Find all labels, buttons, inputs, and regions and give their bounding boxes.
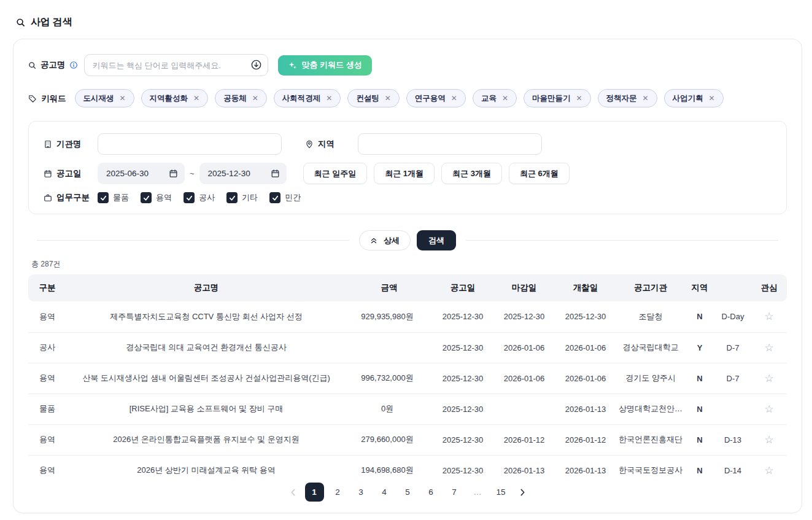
favorite-star-icon[interactable]: ☆ [764, 403, 773, 415]
category-checkbox[interactable]: 민간 [269, 192, 301, 203]
col-header-opening: 개찰일 [555, 274, 616, 301]
remove-tag-icon[interactable]: ✕ [451, 95, 457, 102]
category-checkbox-label: 민간 [285, 192, 301, 203]
keyword-tag[interactable]: 컨설팅 ✕ [347, 89, 400, 107]
keyword-tag-label: 공동체 [223, 93, 247, 104]
table-row[interactable]: 용역 제주특별자치도교육청 CCTV 통신망 회선 사업자 선정 929,935… [28, 301, 787, 332]
remove-tag-icon[interactable]: ✕ [502, 95, 508, 102]
quick-range-button[interactable]: 최근 1개월 [374, 163, 435, 184]
favorite-star-icon[interactable]: ☆ [764, 342, 773, 354]
favorite-star-icon[interactable]: ☆ [764, 465, 773, 475]
keyword-input[interactable] [84, 54, 268, 76]
tag-icon [28, 95, 37, 103]
detail-button-label: 상세 [384, 235, 400, 246]
category-checkbox[interactable]: 물품 [98, 192, 129, 203]
keyword-tag-label: 교육 [481, 93, 497, 104]
remove-tag-icon[interactable]: ✕ [709, 95, 715, 102]
checkbox-checked-icon [269, 192, 280, 203]
remove-tag-icon[interactable]: ✕ [643, 95, 649, 102]
row-type: 용역 [28, 363, 66, 394]
quick-range-button[interactable]: 최근 6개월 [509, 163, 570, 184]
chevrons-up-icon [370, 237, 377, 244]
info-icon[interactable] [69, 61, 78, 69]
region-flag: N [685, 363, 714, 394]
row-title[interactable]: 제주특별자치도교육청 CCTV 통신망 회선 사업자 선정 [66, 301, 346, 332]
table-row[interactable]: 용역 산북 도시재생사업 샘내 어울림센터 조성공사 건설사업관리용역(긴급) … [28, 363, 787, 394]
generate-keywords-button[interactable]: 맞춤 키워드 생성 [278, 55, 372, 76]
date-label-group: 공고일 [44, 168, 98, 179]
org-input[interactable] [98, 133, 282, 155]
table-row[interactable]: 용역 2026년 온라인통합교육플랫폼 유지보수 및 운영지원 279,660,… [28, 424, 787, 455]
remove-tag-icon[interactable]: ✕ [385, 95, 391, 102]
row-amount: 996,732,000원 [346, 363, 432, 394]
page-button[interactable]: 6 [422, 483, 441, 502]
date-to-picker[interactable]: 2025-12-30 [199, 163, 287, 184]
date-label: 공고일 [56, 168, 82, 179]
category-checkbox-label: 물품 [113, 192, 129, 203]
col-header-amount: 금액 [346, 274, 432, 301]
notice-name-label: 공고명 [41, 60, 66, 71]
remove-tag-icon[interactable]: ✕ [193, 95, 199, 102]
page-button[interactable]: 3 [352, 483, 371, 502]
page-button[interactable]: 4 [375, 483, 394, 502]
favorite-star-icon[interactable]: ☆ [764, 434, 773, 446]
table-row[interactable]: 용역 2026년 상반기 미래설계교육 위탁 용역 194,698,680원 2… [28, 455, 787, 475]
row-title[interactable]: 산북 도시재생사업 샘내 어울림센터 조성공사 건설사업관리용역(긴급) [66, 363, 346, 394]
keyword-tag[interactable]: 정책자문 ✕ [598, 89, 657, 107]
favorite-star-icon[interactable]: ☆ [764, 311, 773, 322]
page-button[interactable]: 7 [445, 483, 464, 502]
row-notice-date: 2025-12-30 [432, 455, 493, 475]
keyword-tag[interactable]: 공동체 ✕ [215, 89, 267, 107]
keyword-tag-label: 도시재생 [83, 93, 114, 104]
detail-toggle-button[interactable]: 상세 [359, 230, 411, 250]
page-header: 사업 검색 [0, 0, 812, 29]
row-title[interactable]: 경상국립대 의대 교육여건 환경개선 통신공사 [66, 332, 346, 363]
date-from-picker[interactable]: 2025-06-30 [98, 163, 185, 184]
circle-arrow-down-icon[interactable] [250, 59, 262, 71]
table-row[interactable]: 물품 [RISE사업] 교육용 소프트웨어 및 장비 구매 0원 2025-12… [28, 394, 787, 424]
keyword-tag[interactable]: 연구용역 ✕ [406, 89, 466, 107]
search-button[interactable]: 검색 [417, 230, 456, 250]
sparkles-icon [288, 61, 297, 70]
row-type: 물품 [28, 394, 66, 424]
row-title[interactable]: [RISE사업] 교육용 소프트웨어 및 장비 구매 [66, 394, 346, 424]
category-checkbox[interactable]: 기타 [226, 192, 258, 203]
date-row: 공고일 2025-06-30 ~ 2025-12-30 최근 일주일 [44, 163, 771, 184]
keyword-tag[interactable]: 도시재생 ✕ [75, 89, 134, 107]
keyword-tag[interactable]: 사업기획 ✕ [664, 89, 724, 107]
remove-tag-icon[interactable]: ✕ [576, 95, 582, 102]
map-pin-icon [305, 140, 314, 149]
remove-tag-icon[interactable]: ✕ [252, 95, 258, 102]
page-button[interactable]: 15 [492, 483, 511, 502]
category-checkbox[interactable]: 공사 [184, 192, 215, 203]
next-page-icon[interactable] [515, 485, 530, 500]
keyword-tag[interactable]: 교육 ✕ [473, 89, 517, 107]
page-button[interactable]: 1 [305, 483, 324, 502]
row-type: 공사 [28, 332, 66, 363]
region-input[interactable] [358, 133, 542, 155]
result-count: 총 287건 [31, 259, 787, 270]
date-range-separator: ~ [190, 169, 195, 178]
remove-tag-icon[interactable]: ✕ [120, 95, 126, 102]
row-title[interactable]: 2026년 상반기 미래설계교육 위탁 용역 [66, 455, 346, 475]
table-row[interactable]: 공사 경상국립대 의대 교육여건 환경개선 통신공사 2025-12-30 20… [28, 332, 787, 363]
category-checkbox[interactable]: 용역 [141, 192, 172, 203]
remove-tag-icon[interactable]: ✕ [326, 95, 332, 102]
quick-range-button[interactable]: 최근 일주일 [303, 163, 368, 184]
keyword-tag[interactable]: 지역활성화 ✕ [141, 89, 209, 107]
page-button[interactable]: 2 [328, 483, 347, 502]
row-opening: 2026-01-06 [555, 363, 616, 394]
row-notice-date: 2025-12-30 [432, 424, 493, 455]
quick-range-button[interactable]: 최근 3개월 [441, 163, 502, 184]
row-opening: 2026-01-12 [555, 424, 616, 455]
row-title[interactable]: 2026년 온라인통합교육플랫폼 유지보수 및 운영지원 [66, 424, 346, 455]
row-deadline: 2026-01-06 [493, 332, 555, 363]
keyword-tag-label: 연구용역 [415, 93, 446, 104]
page-button[interactable]: 5 [398, 483, 417, 502]
favorite-star-icon[interactable]: ☆ [764, 373, 773, 384]
row-org: 경상국립대학교 [616, 332, 685, 363]
col-header-dday [714, 274, 751, 301]
prev-page-icon[interactable] [286, 485, 301, 500]
keyword-tag[interactable]: 사회적경제 ✕ [274, 89, 341, 107]
keyword-tag[interactable]: 마을만들기 ✕ [524, 89, 591, 107]
